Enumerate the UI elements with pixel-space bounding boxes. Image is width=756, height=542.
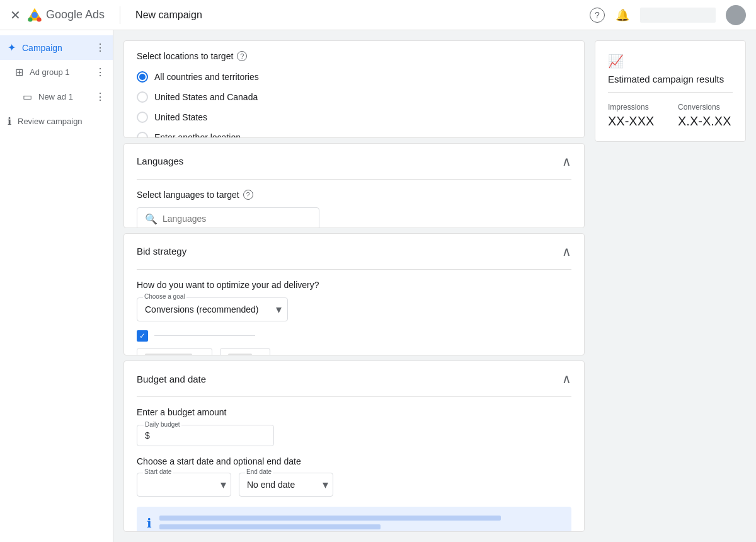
new-ad-menu-icon[interactable]: ⋮ <box>95 91 105 103</box>
close-button[interactable]: ✕ <box>10 8 21 23</box>
goal-select-label: Choose a goal <box>143 293 186 300</box>
start-date-label: Start date <box>143 468 173 475</box>
bid-input-2[interactable] <box>220 348 270 355</box>
languages-search-wrap[interactable]: 🔍 <box>137 207 319 228</box>
location-option-us-label: United States <box>154 112 207 122</box>
impressions-label: Impressions <box>608 103 663 112</box>
campaign-title: New campaign <box>135 9 202 21</box>
bid-strategy-title: Bid strategy <box>137 246 186 257</box>
bid-strategy-header[interactable]: Bid strategy ∧ <box>124 234 584 269</box>
sidebar-new-ad-label: New ad 1 <box>38 92 89 101</box>
languages-title: Languages <box>137 156 183 166</box>
user-avatar[interactable] <box>726 5 746 25</box>
locations-section: Select locations to target ? All countri… <box>123 40 585 138</box>
sidebar-item-ad-group[interactable]: ⊞ Ad group 1 ⋮ <box>0 60 113 84</box>
date-row: Start date ▾ End date No end date ▾ <box>137 473 571 497</box>
location-option-us-canada-label: United States and Canada <box>154 92 258 102</box>
goal-select[interactable]: Conversions (recommended) <box>137 297 288 321</box>
location-option-us-canada[interactable]: United States and Canada <box>137 91 571 103</box>
currency-symbol: $ <box>145 430 150 441</box>
top-nav: ✕ Google Ads New campaign ? 🔔 <box>0 0 756 30</box>
conversions-col: Conversions X.X-X.XX <box>678 103 733 129</box>
info-line-2 <box>159 524 381 529</box>
bid-strategy-chevron-icon: ∧ <box>562 244 571 259</box>
bid-strategy-question: How do you want to optimize your ad deli… <box>137 280 571 290</box>
ad-group-menu-icon[interactable]: ⋮ <box>95 66 105 78</box>
budget-chevron-icon: ∧ <box>562 371 571 386</box>
daily-budget-wrap[interactable]: Daily budget $ <box>137 425 274 446</box>
results-card: 📈 Estimated campaign results Impressions… <box>595 40 746 142</box>
svg-point-1 <box>32 12 38 18</box>
campaign-menu-icon[interactable]: ⋮ <box>95 42 105 54</box>
budget-header[interactable]: Budget and date ∧ <box>124 361 584 396</box>
app-name: Google Ads <box>46 8 105 21</box>
location-option-us[interactable]: United States <box>137 112 571 123</box>
results-metrics-row: Impressions XX-XXX Conversions X.X-X.XX <box>608 103 733 129</box>
bid-checkbox-line <box>154 335 255 336</box>
radio-all-circle <box>137 71 148 83</box>
radio-all-dot <box>139 74 146 80</box>
google-logo: Google Ads <box>26 6 105 24</box>
languages-search-icon: 🔍 <box>145 213 158 225</box>
languages-chevron-icon: ∧ <box>562 154 571 169</box>
budget-section: Budget and date ∧ Enter a budget amount … <box>123 360 585 532</box>
bid-input-2-placeholder <box>228 354 252 355</box>
location-option-all-label: All countries and territories <box>154 72 259 82</box>
sidebar-item-campaign[interactable]: ✦ Campaign ⋮ <box>0 35 113 60</box>
daily-budget-input[interactable] <box>152 430 266 441</box>
bid-strategy-body: How do you want to optimize your ad deli… <box>124 270 584 355</box>
nav-divider <box>120 6 120 24</box>
review-icon: ℹ <box>8 115 11 127</box>
bid-input-1-placeholder <box>145 354 192 355</box>
info-banner-text <box>159 516 561 532</box>
svg-point-2 <box>28 17 33 21</box>
sidebar-item-review[interactable]: ℹ Review campaign <box>0 109 113 134</box>
results-title: Estimated campaign results <box>608 74 733 84</box>
radio-us-canada-circle <box>137 91 148 103</box>
radio-another-circle <box>137 132 148 138</box>
bid-checkbox[interactable]: ✓ <box>137 330 148 342</box>
location-option-all[interactable]: All countries and territories <box>137 71 571 83</box>
nav-right: ? 🔔 <box>590 5 746 25</box>
google-ads-logo-icon <box>26 6 43 24</box>
end-date-select[interactable]: No end date <box>239 473 333 497</box>
nav-search <box>640 8 716 23</box>
languages-section: Languages ∧ Select languages to target ?… <box>123 143 585 228</box>
languages-header[interactable]: Languages ∧ <box>124 144 584 179</box>
form-area: Select locations to target ? All countri… <box>123 40 585 532</box>
impressions-col: Impressions XX-XXX <box>608 103 663 129</box>
main-content: Select locations to target ? All countri… <box>113 30 756 542</box>
budget-title: Budget and date <box>137 374 206 384</box>
bid-checkbox-row: ✓ <box>137 330 571 342</box>
results-divider <box>608 92 733 93</box>
nav-left: ✕ Google Ads New campaign <box>10 6 202 24</box>
conversions-value: X.X-X.XX <box>678 114 733 129</box>
checkbox-check-icon: ✓ <box>139 332 146 340</box>
info-banner-icon: ℹ <box>147 516 152 531</box>
locations-label: Select locations to target ? <box>137 51 571 61</box>
daily-budget-label: Daily budget <box>144 421 181 428</box>
conversions-label: Conversions <box>678 103 733 112</box>
goal-select-wrap: Choose a goal Conversions (recommended) … <box>137 297 288 321</box>
notifications-icon[interactable]: 🔔 <box>615 8 630 23</box>
right-panel: 📈 Estimated campaign results Impressions… <box>595 40 746 532</box>
results-chart-icon: 📈 <box>608 54 733 69</box>
info-banner: ℹ <box>137 507 571 532</box>
location-radio-group: All countries and territories United Sta… <box>137 71 571 138</box>
impressions-value: XX-XXX <box>608 114 663 129</box>
locations-help-icon[interactable]: ? <box>237 51 247 61</box>
location-option-another-label: Enter another location <box>154 132 241 138</box>
bid-input-1[interactable] <box>137 348 212 355</box>
end-date-label: End date <box>245 468 273 475</box>
location-option-another[interactable]: Enter another location <box>137 132 571 138</box>
start-date-select[interactable] <box>137 473 231 497</box>
languages-label: Select languages to target ? <box>137 190 571 200</box>
bid-strategy-section: Bid strategy ∧ How do you want to optimi… <box>123 233 585 355</box>
sidebar-item-new-ad[interactable]: ▭ New ad 1 ⋮ <box>0 84 113 109</box>
help-icon[interactable]: ? <box>590 8 605 23</box>
sidebar: ✦ Campaign ⋮ ⊞ Ad group 1 ⋮ ▭ New ad 1 ⋮… <box>0 30 113 542</box>
budget-amount-label: Enter a budget amount <box>137 407 571 417</box>
languages-search-input[interactable] <box>163 214 311 224</box>
languages-help-icon[interactable]: ? <box>243 190 253 200</box>
date-range-label: Choose a start date and optional end dat… <box>137 456 571 466</box>
